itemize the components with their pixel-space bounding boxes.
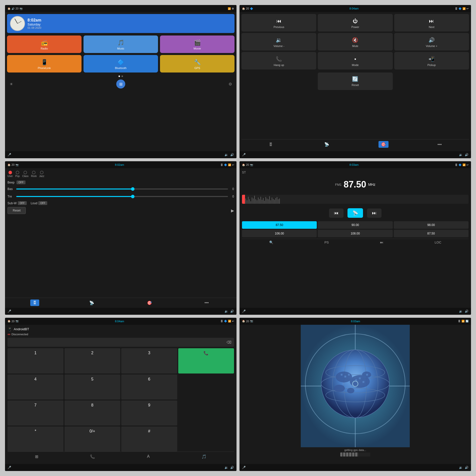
- preset-98[interactable]: 98.00: [394, 221, 468, 229]
- vol-down-gps[interactable]: 🔉: [459, 466, 463, 469]
- eq-nav-icon[interactable]: 🎛: [266, 141, 275, 148]
- loud-value[interactable]: OFF: [38, 201, 47, 205]
- time-eq: 8:02am: [115, 163, 124, 166]
- loc-tool-button[interactable]: LOC: [435, 240, 442, 244]
- power-button[interactable]: ⏻ Power: [318, 14, 392, 32]
- next-button[interactable]: ⏭ Next: [394, 14, 469, 32]
- vol-up-dial[interactable]: 🔊: [230, 466, 234, 469]
- more-nav-icon[interactable]: •••: [435, 141, 444, 148]
- next-label: Next: [429, 26, 434, 28]
- key-0[interactable]: 0/+: [64, 426, 120, 452]
- dial-nav-music[interactable]: 🎵: [199, 453, 209, 460]
- preset-87-50[interactable]: 87.50: [242, 221, 317, 229]
- vol-up-icon[interactable]: 🔊: [230, 153, 234, 156]
- app-movie[interactable]: 🎬 Movie: [160, 36, 234, 53]
- key-7[interactable]: 7: [8, 400, 64, 426]
- key-1[interactable]: 1: [8, 348, 64, 374]
- eq-nav-steering[interactable]: 🎯: [144, 300, 154, 306]
- mode-button[interactable]: ▪ Mode: [318, 52, 392, 70]
- preset-dot-jazz: [40, 171, 44, 174]
- preset-90[interactable]: 90.00: [318, 221, 392, 229]
- hangup-button[interactable]: 📞 Hang up: [242, 52, 316, 70]
- dial-nav-alpha[interactable]: A: [144, 453, 152, 460]
- preset-106[interactable]: 106.00: [242, 230, 317, 237]
- ps-tool-button[interactable]: PS: [324, 240, 329, 244]
- volume-up-button[interactable]: 🔊 Volume +: [394, 33, 469, 50]
- mute-button[interactable]: 🔇 Mute: [318, 33, 392, 50]
- key-9[interactable]: 9: [121, 400, 177, 426]
- eq-nav-antenna[interactable]: 📡: [87, 300, 97, 306]
- mic-icon-bt[interactable]: 🎤: [242, 153, 246, 156]
- call-button[interactable]: 📞: [178, 348, 234, 374]
- key-8[interactable]: 8: [64, 400, 120, 426]
- mic-radio[interactable]: 🎤: [242, 310, 246, 313]
- vol-down-icon[interactable]: 🔉: [224, 153, 228, 156]
- preset-class[interactable]: Class: [22, 171, 28, 178]
- brightness-icon[interactable]: ☀: [10, 82, 13, 86]
- vol-up-radio[interactable]: 🔊: [465, 310, 468, 313]
- preset-108[interactable]: 108.00: [318, 230, 392, 237]
- disconnect-arrows: ⇔: [8, 332, 10, 336]
- vol-down-radio[interactable]: 🔉: [459, 310, 463, 313]
- app-music[interactable]: 🎵 Music: [84, 36, 158, 53]
- app-bluetooth[interactable]: 🔷 Bluetooth: [84, 55, 158, 72]
- preset-user[interactable]: User: [8, 171, 13, 178]
- steering-nav-icon[interactable]: 🎯: [378, 141, 388, 148]
- movie-icon: 🎬: [194, 40, 201, 46]
- app-radio[interactable]: 📻 Radio: [7, 36, 82, 53]
- app-phonelink[interactable]: 📱 PhoneLink: [7, 55, 82, 72]
- reset-button[interactable]: 🔄 Reset: [318, 72, 393, 90]
- eq-nav-more[interactable]: •••: [202, 300, 211, 306]
- radio-scan-button[interactable]: 📡: [348, 208, 363, 218]
- vol-up-label: Volume +: [426, 44, 437, 48]
- eq-nav-eq[interactable]: 🎛: [30, 300, 39, 306]
- pickup-icon: 📲: [428, 56, 435, 62]
- backspace-button[interactable]: ⌫: [226, 340, 232, 344]
- eq-arrow-button[interactable]: ▶: [231, 208, 234, 213]
- vol-down-bt[interactable]: 🔉: [459, 153, 463, 156]
- rds-tool-button[interactable]: ⏭: [380, 240, 383, 244]
- previous-button[interactable]: ⏮ Previous: [242, 14, 316, 32]
- key-hash[interactable]: #: [121, 426, 177, 452]
- home-grid-button[interactable]: ⊞: [116, 80, 125, 88]
- bass-thumb[interactable]: [131, 187, 134, 191]
- dot-1: [118, 76, 120, 77]
- preset-87-50b[interactable]: 87.50: [394, 230, 468, 237]
- mic-gps[interactable]: 🎤: [242, 466, 246, 469]
- preset-jazz[interactable]: Jazz: [39, 171, 44, 178]
- settings-gear-icon[interactable]: ⚙: [228, 82, 232, 86]
- dial-nav-phone[interactable]: 📞: [88, 453, 98, 460]
- vol-up-bt[interactable]: 🔊: [465, 153, 468, 156]
- vol-up-eq[interactable]: 🔊: [230, 310, 234, 313]
- bass-track[interactable]: [16, 188, 228, 190]
- battery-gps: 20: [246, 320, 249, 323]
- key-3[interactable]: 3: [121, 348, 177, 374]
- volume-controls: 🔉 🔊: [224, 153, 234, 156]
- key-star[interactable]: *: [8, 426, 64, 452]
- subwoofer-value[interactable]: OFF: [18, 201, 27, 205]
- treble-track[interactable]: [16, 196, 228, 197]
- antenna-nav-icon[interactable]: 📡: [322, 141, 332, 148]
- key-4[interactable]: 4: [8, 374, 64, 400]
- key-2[interactable]: 2: [64, 348, 120, 374]
- mic-dial[interactable]: 🎤: [8, 466, 11, 469]
- vol-down-eq[interactable]: 🔉: [224, 310, 228, 313]
- vol-up-gps[interactable]: 🔊: [465, 466, 468, 469]
- beep-value[interactable]: OFF: [16, 180, 26, 184]
- app-gps[interactable]: 🔧 GPS: [160, 55, 234, 72]
- key-6[interactable]: 6: [121, 374, 177, 400]
- eq-reset-button[interactable]: Reset: [8, 207, 26, 214]
- vol-down-dial[interactable]: 🔉: [224, 466, 228, 469]
- radio-next-button[interactable]: ⏭: [367, 208, 382, 218]
- search-tool-button[interactable]: 🔍: [269, 240, 273, 244]
- radio-prev-button[interactable]: ⏮: [329, 208, 344, 218]
- volume-down-button[interactable]: 🔉 Volume -: [242, 33, 316, 50]
- key-5[interactable]: 5: [64, 374, 120, 400]
- preset-pop[interactable]: Pop: [15, 171, 20, 178]
- mic-eq[interactable]: 🎤: [8, 310, 11, 313]
- pickup-button[interactable]: 📲 Pickup: [394, 52, 469, 70]
- mic-icon[interactable]: 🎤: [8, 153, 11, 156]
- dial-nav-grid[interactable]: ⊞: [32, 453, 41, 460]
- preset-rock[interactable]: Rock: [31, 171, 37, 178]
- treble-thumb[interactable]: [131, 195, 134, 198]
